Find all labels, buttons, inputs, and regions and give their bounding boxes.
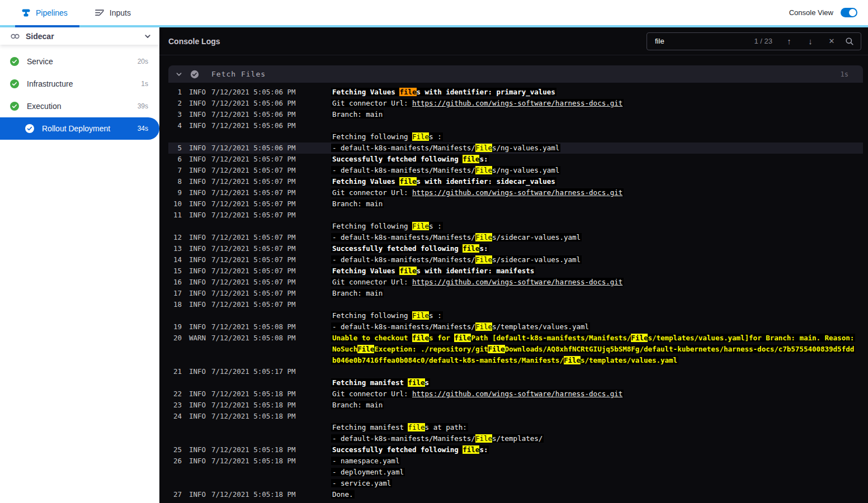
search-match: File	[488, 345, 504, 353]
log-level: INFO	[189, 210, 211, 221]
log-row[interactable]: 24INFO7/12/2021 5:05:18 PM	[168, 411, 863, 422]
stage-label: Sidecar	[26, 32, 138, 41]
log-level	[189, 467, 211, 478]
tab-inputs[interactable]: Inputs	[95, 8, 131, 17]
log-row[interactable]: 11INFO7/12/2021 5:05:07 PM	[168, 210, 863, 221]
log-row[interactable]: 27INFO7/12/2021 5:05:18 PMDone.	[168, 489, 863, 500]
search-clear-button[interactable]: ✕	[824, 37, 839, 45]
log-row[interactable]: - default-k8s-manifests/Manifests/Files/…	[168, 433, 863, 444]
log-row[interactable]: 25INFO7/12/2021 5:05:18 PMSuccessfully f…	[168, 444, 863, 455]
log-level	[189, 377, 211, 388]
log-link[interactable]: https://github.com/wings-software/harnes…	[412, 188, 622, 197]
log-row[interactable]: 21INFO7/12/2021 5:05:17 PM	[168, 366, 863, 377]
log-row[interactable]: 18INFO7/12/2021 5:05:07 PM	[168, 299, 863, 310]
step-duration: 39s	[138, 102, 148, 110]
log-level: INFO	[189, 243, 211, 254]
sidebar-item-execution[interactable]: Execution39s	[0, 95, 159, 117]
log-message: Fetching Values files with identifier: p…	[331, 87, 863, 98]
log-row[interactable]: Fetching manifest files	[168, 377, 863, 388]
log-timestamp: 7/12/2021 5:05:07 PM	[211, 265, 331, 277]
log-message	[331, 411, 863, 422]
log-row[interactable]: Fetching manifest files at path:	[168, 422, 863, 433]
log-timestamp: 7/12/2021 5:05:18 PM	[211, 388, 331, 400]
search-match: File	[475, 255, 492, 264]
search-match: file	[463, 445, 479, 454]
chevron-down-icon[interactable]	[144, 32, 152, 40]
log-row[interactable]: 9INFO7/12/2021 5:05:07 PMGit connector U…	[168, 187, 863, 198]
search-match: file	[454, 334, 471, 342]
log-row[interactable]: 3INFO7/12/2021 5:05:06 PMBranch: main	[168, 109, 863, 120]
step-label: Rollout Deployment	[42, 124, 131, 133]
log-timestamp	[211, 131, 331, 143]
line-number: 12	[173, 232, 182, 243]
console-header: Console Logs 1 / 23 ↑ ↓ ✕	[159, 27, 868, 55]
log-row[interactable]: 15INFO7/12/2021 5:05:07 PMFetching Value…	[168, 265, 863, 277]
line-number: 5	[173, 143, 182, 154]
log-message: Git connector Url: https://github.com/wi…	[331, 388, 863, 400]
log-row[interactable]: 10INFO7/12/2021 5:05:07 PMBranch: main	[168, 198, 863, 210]
sidebar-item-service[interactable]: Service20s	[0, 50, 159, 73]
log-row[interactable]: 23INFO7/12/2021 5:05:18 PMBranch: main	[168, 400, 863, 411]
log-row[interactable]: - service.yaml	[168, 478, 863, 489]
search-match: file	[463, 244, 479, 253]
log-message: Git connector Url: https://github.com/wi…	[331, 98, 863, 109]
log-timestamp: 7/12/2021 5:05:18 PM	[211, 411, 331, 422]
step-label: Service	[27, 57, 131, 66]
log-row[interactable]: 8INFO7/12/2021 5:05:07 PMFetching Values…	[168, 176, 863, 187]
log-timestamp: 7/12/2021 5:05:08 PM	[211, 321, 331, 333]
log-row[interactable]: 16INFO7/12/2021 5:05:07 PMGit connector …	[168, 277, 863, 288]
log-level: INFO	[189, 154, 211, 165]
log-row[interactable]: 4INFO7/12/2021 5:05:06 PM	[168, 120, 863, 131]
log-row[interactable]: 14INFO7/12/2021 5:05:07 PM- default-k8s-…	[168, 254, 863, 265]
log-link[interactable]: https://github.com/wings-software/harnes…	[412, 390, 622, 398]
log-message: Successfully fetched following files:	[331, 154, 863, 165]
top-nav: Pipelines Inputs Console View	[0, 0, 868, 25]
log-row[interactable]: Fetching following Files :	[168, 310, 863, 321]
log-link[interactable]: https://github.com/wings-software/harnes…	[412, 278, 622, 286]
stage-header[interactable]: Sidecar	[0, 27, 159, 45]
line-number	[173, 310, 182, 321]
check-circle-icon	[10, 102, 19, 111]
log-level: INFO	[189, 87, 211, 98]
step-duration: 20s	[138, 58, 148, 65]
log-message: Branch: main	[331, 400, 863, 411]
search-match: file	[399, 177, 416, 186]
log-timestamp: 7/12/2021 5:05:06 PM	[211, 98, 331, 109]
log-row[interactable]: - deployment.yaml	[168, 467, 863, 478]
log-message: Done.	[331, 489, 863, 500]
log-row[interactable]: 1INFO7/12/2021 5:05:06 PMFetching Values…	[168, 87, 863, 98]
log-message: Branch: main	[331, 198, 863, 210]
log-row[interactable]: 5INFO7/12/2021 5:05:06 PM- default-k8s-m…	[168, 143, 863, 154]
log-row[interactable]: 20WARN7/12/2021 5:05:08 PMUnable to chec…	[168, 333, 863, 366]
tab-pipelines[interactable]: Pipelines	[21, 8, 68, 17]
sidebar-item-rollout-deployment[interactable]: Rollout Deployment34s	[0, 117, 159, 140]
log-row[interactable]: 19INFO7/12/2021 5:05:08 PM- default-k8s-…	[168, 321, 863, 333]
log-row[interactable]: 17INFO7/12/2021 5:05:07 PMBranch: main	[168, 288, 863, 299]
line-number: 11	[173, 210, 182, 221]
log-timestamp: 7/12/2021 5:05:18 PM	[211, 489, 331, 500]
console-view-toggle[interactable]	[841, 8, 857, 17]
log-timestamp	[211, 310, 331, 321]
log-row[interactable]: 2INFO7/12/2021 5:05:06 PMGit connector U…	[168, 98, 863, 109]
log-row[interactable]: 12INFO7/12/2021 5:05:07 PM- default-k8s-…	[168, 232, 863, 243]
log-row[interactable]: Fetching following Files :	[168, 131, 863, 143]
search-next-button[interactable]: ↓	[803, 36, 818, 46]
log-message: Fetching manifest files	[331, 377, 863, 388]
log-row[interactable]: 22INFO7/12/2021 5:05:18 PMGit connector …	[168, 388, 863, 400]
log-timestamp: 7/12/2021 5:05:07 PM	[211, 198, 331, 210]
log-section-header[interactable]: Fetch Files 1s	[168, 65, 863, 83]
search-prev-button[interactable]: ↑	[781, 36, 797, 46]
tab-label: Inputs	[110, 8, 131, 17]
log-level: INFO	[189, 321, 211, 333]
search-input[interactable]	[654, 36, 754, 46]
log-link[interactable]: https://github.com/wings-software/harnes…	[412, 99, 622, 107]
log-body: 1INFO7/12/2021 5:05:06 PMFetching Values…	[168, 83, 863, 500]
log-row[interactable]: 13INFO7/12/2021 5:05:07 PMSuccessfully f…	[168, 243, 863, 254]
log-row[interactable]: 6INFO7/12/2021 5:05:07 PMSuccessfully fe…	[168, 154, 863, 165]
log-row[interactable]: 7INFO7/12/2021 5:05:07 PM- default-k8s-m…	[168, 165, 863, 176]
sidebar-item-infrastructure[interactable]: Infrastructure1s	[0, 73, 159, 95]
chevron-down-icon[interactable]	[176, 71, 182, 78]
search-match: File	[475, 434, 492, 443]
log-row[interactable]: 26INFO7/12/2021 5:05:18 PM- namespace.ya…	[168, 455, 863, 467]
log-row[interactable]: Fetching following Files :	[168, 221, 863, 232]
